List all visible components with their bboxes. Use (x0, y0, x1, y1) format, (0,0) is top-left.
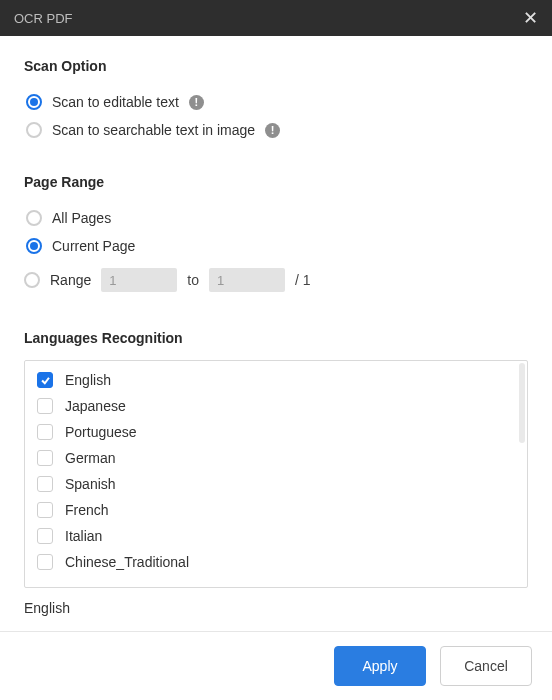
page-range-title: Page Range (24, 174, 528, 190)
scan-option-label: Scan to searchable text in image (52, 122, 255, 138)
scan-option-label: Scan to editable text (52, 94, 179, 110)
apply-button[interactable]: Apply (334, 646, 426, 686)
range-to-label: to (187, 272, 199, 288)
page-range-label: Range (50, 272, 91, 288)
language-item[interactable]: Japanese (25, 393, 527, 419)
checkbox-icon (37, 398, 53, 414)
language-item[interactable]: English (25, 367, 527, 393)
checkbox-icon (37, 476, 53, 492)
language-label: French (65, 502, 109, 518)
language-label: Japanese (65, 398, 126, 414)
radio-icon (24, 272, 40, 288)
radio-icon (26, 122, 42, 138)
window-title: OCR PDF (14, 11, 73, 26)
radio-icon (26, 238, 42, 254)
page-range-label: All Pages (52, 210, 111, 226)
info-icon[interactable]: ! (189, 95, 204, 110)
languages-title: Languages Recognition (24, 330, 528, 346)
range-to-input[interactable] (209, 268, 285, 292)
languages-list[interactable]: EnglishJapanesePortugueseGermanSpanishFr… (24, 360, 528, 588)
language-item[interactable]: Chinese_Traditional (25, 549, 527, 575)
checkbox-icon (37, 502, 53, 518)
scan-option-editable[interactable]: Scan to editable text ! (24, 94, 528, 110)
dialog-footer: Apply Cancel (0, 631, 552, 700)
language-item[interactable]: French (25, 497, 527, 523)
checkbox-icon (37, 372, 53, 388)
page-range-custom[interactable]: Range to / 1 (24, 268, 528, 292)
language-label: German (65, 450, 116, 466)
cancel-button[interactable]: Cancel (440, 646, 532, 686)
checkbox-icon (37, 528, 53, 544)
languages-section: Languages Recognition EnglishJapanesePor… (24, 326, 528, 621)
scrollbar[interactable] (519, 363, 525, 443)
info-icon[interactable]: ! (265, 123, 280, 138)
language-item[interactable]: Portuguese (25, 419, 527, 445)
language-label: English (65, 372, 111, 388)
title-bar: OCR PDF ✕ (0, 0, 552, 36)
close-icon[interactable]: ✕ (523, 9, 538, 27)
radio-icon (26, 94, 42, 110)
checkbox-icon (37, 424, 53, 440)
range-from-input[interactable] (101, 268, 177, 292)
language-item[interactable]: German (25, 445, 527, 471)
radio-icon (26, 210, 42, 226)
checkbox-icon (37, 450, 53, 466)
language-label: Italian (65, 528, 102, 544)
dialog-content: Scan Option Scan to editable text ! Scan… (0, 36, 552, 631)
page-range-all[interactable]: All Pages (24, 210, 528, 226)
language-label: Chinese_Traditional (65, 554, 189, 570)
language-label: Portuguese (65, 424, 137, 440)
scan-option-title: Scan Option (24, 58, 528, 74)
range-total: / 1 (295, 272, 311, 288)
scan-option-searchable[interactable]: Scan to searchable text in image ! (24, 122, 528, 138)
language-item[interactable]: Spanish (25, 471, 527, 497)
page-range-label: Current Page (52, 238, 135, 254)
page-range-current[interactable]: Current Page (24, 238, 528, 254)
checkbox-icon (37, 554, 53, 570)
language-label: Spanish (65, 476, 116, 492)
language-item[interactable]: Italian (25, 523, 527, 549)
selected-languages: English (24, 600, 528, 616)
